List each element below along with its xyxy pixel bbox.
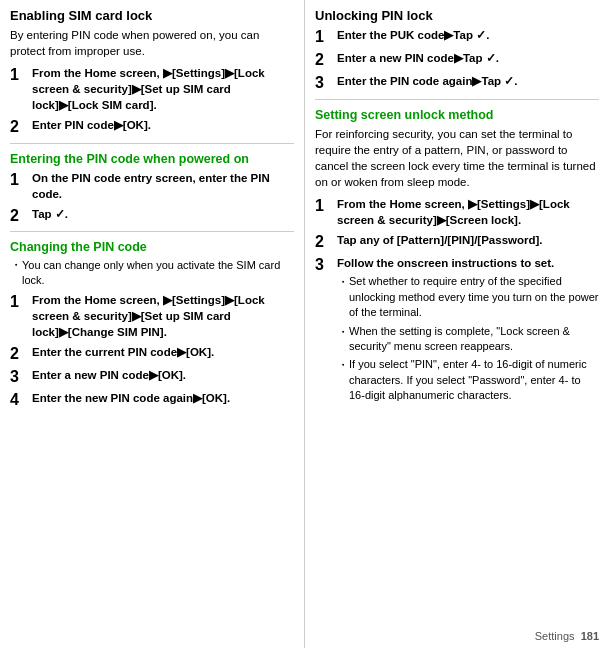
step-row: 1 From the Home screen, ▶[Settings]▶[Loc… (10, 65, 294, 113)
bullet-icon: ・ (337, 324, 349, 340)
step-number: 2 (10, 117, 28, 136)
bullet-row: ・ When the setting is complete, "Lock sc… (337, 324, 599, 355)
step-row: 2 Enter the current PIN code▶[OK]. (10, 344, 294, 363)
step-text: Enter the new PIN code again▶[OK]. (32, 390, 294, 406)
section-changing-pin: Changing the PIN code ・ You can change o… (10, 240, 294, 410)
step-text: Enter PIN code▶[OK]. (32, 117, 294, 133)
step-text: Enter a new PIN code▶Tap ✓. (337, 50, 599, 66)
step-row: 1 From the Home screen, ▶[Settings]▶[Loc… (315, 196, 599, 228)
step-number: 2 (10, 206, 28, 225)
footer: Settings 181 (535, 630, 599, 642)
step-number: 3 (315, 255, 333, 274)
footer-label: Settings (535, 630, 575, 642)
bullet-icon: ・ (10, 258, 22, 273)
section-unlocking-pin: Unlocking PIN lock 1 Enter the PUK code▶… (315, 8, 599, 93)
step-number: 1 (315, 196, 333, 215)
bullet-icon: ・ (337, 274, 349, 290)
footer-page: 181 (581, 630, 599, 642)
step-row: 1 On the PIN code entry screen, enter th… (10, 170, 294, 202)
step-text: On the PIN code entry screen, enter the … (32, 170, 294, 202)
step-text: Enter the PIN code again▶Tap ✓. (337, 73, 599, 89)
step-row: 4 Enter the new PIN code again▶[OK]. (10, 390, 294, 409)
step-row: 2 Tap ✓. (10, 206, 294, 225)
bullet-text: When the setting is complete, "Lock scre… (349, 324, 599, 355)
step-number: 3 (10, 367, 28, 386)
step-row: 1 From the Home screen, ▶[Settings]▶[Loc… (10, 292, 294, 340)
divider (10, 231, 294, 232)
step-row: 2 Tap any of [Pattern]/[PIN]/[Password]. (315, 232, 599, 251)
step-number: 2 (10, 344, 28, 363)
step-number: 1 (10, 170, 28, 189)
step-row: 1 Enter the PUK code▶Tap ✓. (315, 27, 599, 46)
step-number: 2 (315, 232, 333, 251)
step-row: 2 Enter a new PIN code▶Tap ✓. (315, 50, 599, 69)
step-text: From the Home screen, ▶[Settings]▶[Lock … (337, 196, 599, 228)
step-number: 1 (315, 27, 333, 46)
step-row: 3 Enter a new PIN code▶[OK]. (10, 367, 294, 386)
step-number: 2 (315, 50, 333, 69)
page: Enabling SIM card lock By entering PIN c… (0, 0, 609, 648)
step-text: Enter a new PIN code▶[OK]. (32, 367, 294, 383)
section-unlocking-pin-title: Unlocking PIN lock (315, 8, 599, 23)
bullet-icon: ・ (337, 357, 349, 373)
bullet-row: ・ If you select "PIN", enter 4- to 16-di… (337, 357, 599, 403)
section-enabling-sim-body: By entering PIN code when powered on, yo… (10, 27, 294, 59)
step-text: From the Home screen, ▶[Settings]▶[Lock … (32, 292, 294, 340)
divider (315, 99, 599, 100)
section-enabling-sim: Enabling SIM card lock By entering PIN c… (10, 8, 294, 137)
right-column: Unlocking PIN lock 1 Enter the PUK code▶… (305, 0, 609, 648)
bullet-row: ・ You can change only when you activate … (10, 258, 294, 289)
step-number: 3 (315, 73, 333, 92)
section-entering-pin: Entering the PIN code when powered on 1 … (10, 152, 294, 225)
bullet-text: Set whether to require entry of the spec… (349, 274, 599, 320)
left-column: Enabling SIM card lock By entering PIN c… (0, 0, 305, 648)
section-enabling-sim-title: Enabling SIM card lock (10, 8, 294, 23)
step-number: 4 (10, 390, 28, 409)
step-text: Tap any of [Pattern]/[PIN]/[Password]. (337, 232, 599, 248)
step-text: From the Home screen, ▶[Settings]▶[Lock … (32, 65, 294, 113)
step-row: 2 Enter PIN code▶[OK]. (10, 117, 294, 136)
step-row: 3 Follow the onscreen instructions to se… (315, 255, 599, 406)
divider (10, 143, 294, 144)
step-text: Follow the onscreen instructions to set.… (337, 255, 599, 406)
section-setting-screen-unlock-title: Setting screen unlock method (315, 108, 599, 122)
section-setting-screen-unlock: Setting screen unlock method For reinfor… (315, 108, 599, 407)
step-number: 1 (10, 292, 28, 311)
bullet-row: ・ Set whether to require entry of the sp… (337, 274, 599, 320)
section-setting-screen-unlock-body: For reinforcing security, you can set th… (315, 126, 599, 190)
step-number: 1 (10, 65, 28, 84)
step-text: Tap ✓. (32, 206, 294, 222)
step-text: Enter the PUK code▶Tap ✓. (337, 27, 599, 43)
bullet-text: You can change only when you activate th… (22, 258, 294, 289)
bullet-text: If you select "PIN", enter 4- to 16-digi… (349, 357, 599, 403)
section-changing-pin-title: Changing the PIN code (10, 240, 294, 254)
section-entering-pin-title: Entering the PIN code when powered on (10, 152, 294, 166)
step-text: Enter the current PIN code▶[OK]. (32, 344, 294, 360)
step-row: 3 Enter the PIN code again▶Tap ✓. (315, 73, 599, 92)
